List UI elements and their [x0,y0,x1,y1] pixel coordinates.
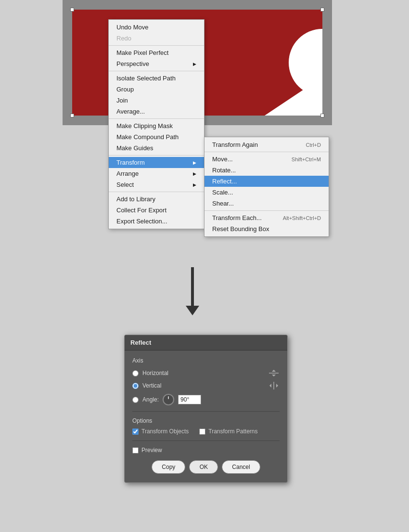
menu-item-perspective[interactable]: Perspective [109,58,204,69]
ok-button[interactable]: OK [189,460,218,474]
submenu-sep-2 [204,210,329,211]
reflect-dialog: Reflect Axis Horizontal Vertical [124,335,288,483]
menu-sep-2 [109,71,204,71]
menu-item-export-selection[interactable]: Export Selection... [109,216,204,227]
handle-tr [320,8,324,12]
dialog-buttons: Copy OK Cancel [132,460,280,476]
menu-item-make-guides[interactable]: Make Guides [109,143,204,154]
menu-sep-4 [109,155,204,156]
svg-marker-4 [272,375,276,376]
options-label: Options [132,417,280,424]
horizontal-row: Horizontal [132,369,280,377]
menu-item-join[interactable]: Join [109,95,204,106]
menu-item-redo: Redo [109,33,204,44]
vertical-axis-icon [268,381,280,390]
menu-item-add-to-library[interactable]: Add to Library [109,194,204,205]
submenu-label-reflect: Reflect... [212,178,237,185]
menu-item-arrange[interactable]: Arrange [109,168,204,179]
horizontal-label[interactable]: Horizontal [142,370,264,376]
menu-item-group[interactable]: Group [109,84,204,95]
menu-item-select[interactable]: Select [109,179,204,190]
vertical-label[interactable]: Vertical [142,382,264,389]
menu-item-undo-move[interactable]: Undo Move [109,22,204,33]
transform-patterns-checkbox[interactable] [199,428,205,435]
arrow-shaft [191,267,194,306]
submenu-item-reset-bounding[interactable]: Reset Bounding Box [204,223,329,234]
horizontal-radio[interactable] [132,370,139,376]
submenu-label-scale: Scale... [212,189,233,196]
svg-marker-6 [269,384,271,388]
menu-item-make-compound[interactable]: Make Compound Path [109,131,204,143]
svg-marker-3 [272,370,276,372]
dialog-sep-2 [132,441,280,441]
preview-label[interactable]: Preview [141,447,162,454]
copy-button[interactable]: Copy [152,460,185,474]
menu-item-average[interactable]: Average... [109,106,204,117]
angle-row: Angle: [132,394,280,405]
preview-row: Preview [132,447,280,454]
dialog-title: Reflect [125,335,287,350]
svg-marker-7 [276,384,278,388]
angle-dial[interactable] [163,394,174,405]
dialog-sep-1 [132,411,280,412]
transform-objects-checkbox[interactable] [132,428,139,435]
angle-input[interactable] [178,395,201,404]
preview-checkbox[interactable] [132,447,139,454]
submenu-sep-1 [204,152,329,152]
context-menu: Undo Move Redo Make Pixel Perfect Perspe… [108,19,204,229]
submenu-item-transform-again[interactable]: Transform Again Ctrl+D [204,139,329,150]
dialog-body: Axis Horizontal Vertical [125,350,287,482]
submenu-item-reflect[interactable]: Reflect... [204,176,329,187]
menu-sep-3 [109,118,204,119]
menu-item-make-pixel-perfect[interactable]: Make Pixel Perfect [109,47,204,58]
cancel-button[interactable]: Cancel [222,460,260,474]
submenu-item-shear[interactable]: Shear... [204,198,329,209]
submenu-item-move[interactable]: Move... Shift+Ctrl+M [204,154,329,165]
transform-submenu: Transform Again Ctrl+D Move... Shift+Ctr… [204,137,329,237]
horizontal-axis-icon [268,369,280,377]
submenu-item-transform-each[interactable]: Transform Each... Alt+Shift+Ctrl+D [204,212,329,223]
handle-tl [70,8,74,12]
vertical-row: Vertical [132,381,280,390]
submenu-label-move: Move... [212,156,233,163]
submenu-shortcut-transform-again: Ctrl+D [306,142,321,148]
submenu-shortcut-move: Shift+Ctrl+M [292,156,321,162]
transform-patterns-label[interactable]: Transform Patterns [208,428,257,435]
submenu-item-scale[interactable]: Scale... [204,187,329,198]
submenu-item-rotate[interactable]: Rotate... [204,165,329,176]
vertical-radio[interactable] [132,383,139,389]
menu-item-make-clipping[interactable]: Make Clipping Mask [109,120,204,131]
menu-item-isolate-selected[interactable]: Isolate Selected Path [109,73,204,84]
handle-br [320,114,324,117]
menu-sep-1 [109,45,204,46]
submenu-label-reset-bounding: Reset Bounding Box [212,225,269,233]
transform-objects-label[interactable]: Transform Objects [141,428,189,435]
submenu-label-transform-again: Transform Again [212,141,258,148]
submenu-shortcut-transform-each: Alt+Shift+Ctrl+D [283,215,321,221]
handle-bl [70,114,74,117]
axis-label: Axis [132,357,280,364]
menu-item-collect-for-export[interactable]: Collect For Export [109,205,204,216]
submenu-label-transform-each: Transform Each... [212,214,262,221]
submenu-label-rotate: Rotate... [212,167,236,174]
submenu-label-shear: Shear... [212,200,234,207]
menu-item-transform[interactable]: Transform [109,157,204,168]
menu-sep-5 [109,192,204,192]
arrow-container [186,267,199,315]
angle-radio[interactable] [132,397,139,403]
transform-objects-row: Transform Objects Transform Patterns [132,428,280,435]
arrow-head [186,306,199,315]
angle-label[interactable]: Angle: [142,396,159,403]
